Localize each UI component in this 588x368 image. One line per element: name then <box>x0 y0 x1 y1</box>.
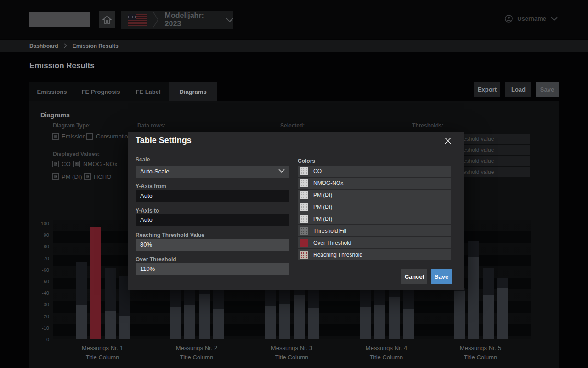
color-row-label: Threshold Fill <box>313 228 346 234</box>
tab-emissions[interactable]: Emissions <box>29 82 74 101</box>
save-button[interactable]: Save <box>536 82 559 97</box>
color-row-nmog-nox[interactable]: NMOG-NOx <box>298 178 451 189</box>
checkbox-pm-di[interactable]: PM (DI) <box>52 173 82 180</box>
light-dither-swatch-icon <box>300 215 308 223</box>
checkbox-label: NMOG -NOx <box>83 161 117 167</box>
red-dither-swatch-icon <box>300 251 308 259</box>
export-button[interactable]: Export <box>474 82 500 97</box>
tab-fe-prognosis[interactable]: FE Prognosis <box>74 82 127 101</box>
model-year-selector[interactable]: Modelljahr: 2023 <box>121 11 233 29</box>
color-row-pm-di-[interactable]: PM (DI) <box>298 190 451 201</box>
chevron-down-icon <box>551 17 558 21</box>
data-rows-label: Data rows: <box>137 122 165 129</box>
checkbox-box[interactable] <box>74 161 80 167</box>
color-row-pm-di-[interactable]: PM (DI) <box>298 213 451 224</box>
cancel-button[interactable]: Cancel <box>401 269 427 284</box>
separator-chevron-icon <box>153 12 158 28</box>
checkbox-hcho[interactable]: HCHO <box>84 173 111 180</box>
breadcrumb-chevron-icon <box>64 43 67 48</box>
color-row-label: NMOG-NOx <box>313 180 343 186</box>
checkbox-emission[interactable]: Emission <box>52 133 86 140</box>
home-button[interactable] <box>99 12 115 28</box>
chevron-down-icon <box>226 18 233 22</box>
checkbox-box[interactable] <box>52 173 59 180</box>
y-axis-to-input[interactable]: Auto <box>136 214 289 226</box>
diagram-type-label: Diagram Type: <box>53 122 90 129</box>
light-dither-swatch-icon <box>300 203 308 211</box>
checkbox-box[interactable] <box>52 161 59 167</box>
color-row-label: PM (DI) <box>313 192 332 198</box>
page-title: Emission Results <box>29 61 95 70</box>
red-swatch-icon <box>300 239 308 247</box>
y-axis-from-input[interactable]: Auto <box>136 190 289 202</box>
breadcrumb-dashboard[interactable]: Dashboard <box>29 43 58 49</box>
light-dither-swatch-icon <box>300 167 308 175</box>
checkbox-nmog-nox[interactable]: NMOG -NOx <box>74 161 117 167</box>
close-icon[interactable] <box>444 137 452 145</box>
checkbox-label: CO <box>62 161 71 167</box>
table-settings-modal: Table Settings Scale Auto-Scale Y-Axis f… <box>128 132 464 290</box>
color-row-label: PM (DI) <box>313 216 332 222</box>
scale-select[interactable]: Auto-Scale <box>136 166 289 178</box>
y-axis-from-label: Y-Axis from <box>136 183 166 190</box>
color-row-label: PM (DI) <box>313 204 332 210</box>
color-row-label: CO <box>313 168 322 174</box>
user-avatar-icon <box>505 15 513 23</box>
displayed-values-label: Displayed Values: <box>53 151 100 157</box>
y-axis-to-label: Y-Axis to <box>136 207 159 214</box>
color-row-label: Over Threshold <box>313 240 351 246</box>
tab-diagrams[interactable]: Diagrams <box>169 82 217 101</box>
color-row-over-threshold[interactable]: Over Threshold <box>298 237 451 248</box>
scale-select-value: Auto-Scale <box>140 168 170 175</box>
color-row-label: Reaching Threshold <box>313 252 362 258</box>
modal-save-button[interactable]: Save <box>431 269 452 284</box>
light-dither-swatch-icon <box>300 179 308 187</box>
color-row-co[interactable]: CO <box>298 166 451 177</box>
reaching-threshold-label: Reaching Threshold Value <box>136 232 204 238</box>
user-menu[interactable]: Username <box>505 15 558 23</box>
checkbox-label: PM (DI) <box>62 173 82 180</box>
color-row-threshold-fill[interactable]: Threshold Fill <box>298 225 451 236</box>
over-threshold-input[interactable]: 110% <box>136 263 289 275</box>
checkbox-label: Emission <box>62 133 86 140</box>
selected-label: Selected: <box>280 122 305 129</box>
chevron-down-icon <box>278 169 285 172</box>
scale-label: Scale <box>136 156 150 163</box>
breadcrumb: Dashboard Emission Results <box>0 40 588 52</box>
brand-logo <box>29 12 90 27</box>
checkbox-box[interactable] <box>52 133 59 140</box>
panel-heading: Diagrams <box>40 111 70 119</box>
username-label: Username <box>517 15 546 22</box>
checkbox-box[interactable] <box>84 173 91 180</box>
home-icon <box>102 16 112 24</box>
model-year-label: Modelljahr: 2023 <box>165 12 220 28</box>
modal-title: Table Settings <box>136 136 192 145</box>
checkbox-consumptions[interactable]: Consumptions <box>86 133 134 140</box>
light-dither-swatch-icon <box>300 191 308 199</box>
load-button[interactable]: Load <box>505 82 531 97</box>
tab-fe-label[interactable]: FE Label <box>127 82 169 101</box>
colors-label: Colors <box>298 158 315 164</box>
app-header: Modelljahr: 2023 Username <box>0 0 588 39</box>
checkbox-box[interactable] <box>86 133 93 140</box>
reaching-threshold-input[interactable]: 80% <box>136 239 289 251</box>
checkbox-co[interactable]: CO <box>52 161 71 167</box>
thresholds-label: Thresholds: <box>412 122 444 129</box>
breadcrumb-emission-results: Emission Results <box>73 43 119 49</box>
us-flag-icon <box>128 14 147 26</box>
gray-dither-swatch-icon <box>300 227 308 235</box>
over-threshold-label: Over Threshold <box>136 256 176 263</box>
checkbox-label: HCHO <box>94 173 111 180</box>
color-row-pm-di-[interactable]: PM (DI) <box>298 201 451 213</box>
color-row-reaching-threshold[interactable]: Reaching Threshold <box>298 249 451 260</box>
